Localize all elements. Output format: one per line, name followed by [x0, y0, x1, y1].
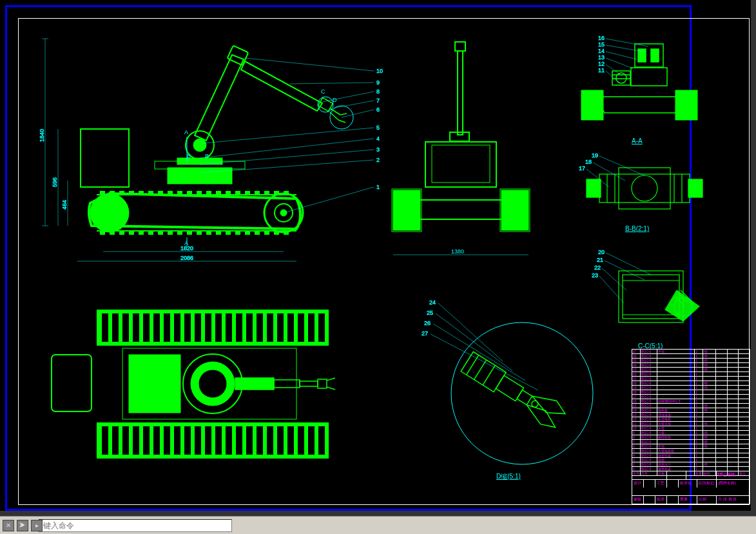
- svg-rect-196: [143, 426, 150, 455]
- svg-rect-179: [195, 313, 201, 342]
- svg-rect-206: [246, 426, 253, 455]
- svg-rect-225: [496, 375, 523, 400]
- svg-line-229: [474, 360, 487, 380]
- svg-line-119: [606, 45, 643, 52]
- svg-line-123: [606, 58, 633, 68]
- detail-d: 24 25 26 27 D缩(5:1): [387, 290, 619, 484]
- bom-table: 27BGC-0手指24526BGC-014525BGC-014524BGC-01…: [632, 349, 750, 476]
- svg-rect-116: [675, 90, 697, 120]
- svg-rect-98: [450, 132, 469, 141]
- svg-rect-221: [300, 381, 318, 386]
- svg-rect-108: [631, 68, 667, 86]
- svg-text:27: 27: [422, 330, 428, 337]
- svg-rect-49: [168, 231, 173, 235]
- svg-text:A-A: A-A: [632, 137, 643, 144]
- svg-rect-45: [129, 231, 134, 235]
- svg-rect-50: [177, 231, 182, 235]
- svg-rect-38: [255, 191, 260, 195]
- svg-rect-175: [153, 313, 160, 342]
- svg-rect-194: [122, 426, 129, 455]
- svg-text:596: 596: [52, 177, 58, 187]
- svg-rect-193: [112, 426, 119, 455]
- svg-line-82: [332, 101, 374, 108]
- svg-line-117: [606, 39, 648, 46]
- svg-rect-131: [586, 179, 601, 197]
- svg-rect-30: [177, 191, 182, 195]
- svg-line-231: [438, 303, 503, 361]
- svg-rect-190: [308, 313, 315, 342]
- svg-rect-35: [226, 191, 231, 195]
- svg-rect-211: [298, 426, 304, 455]
- svg-line-143: [599, 156, 645, 175]
- svg-rect-26: [139, 191, 144, 195]
- svg-rect-192: [102, 426, 108, 455]
- svg-line-88: [200, 139, 374, 158]
- side-view: 1840 596 464 1820 2086: [39, 32, 387, 271]
- cmd-chevron-icon[interactable]: ▸: [31, 520, 43, 531]
- svg-rect-56: [235, 231, 240, 235]
- command-input[interactable]: [39, 519, 232, 532]
- svg-rect-39: [264, 191, 269, 195]
- svg-point-63: [193, 139, 206, 152]
- svg-rect-130: [599, 174, 690, 203]
- svg-text:24: 24: [429, 299, 436, 306]
- svg-rect-100: [432, 145, 490, 183]
- cmd-expand-icon[interactable]: ⮞: [17, 520, 28, 531]
- svg-rect-58: [255, 231, 260, 235]
- svg-rect-102: [501, 190, 528, 230]
- svg-line-160: [605, 261, 645, 280]
- svg-rect-24: [119, 191, 124, 195]
- svg-text:2086: 2086: [180, 255, 193, 261]
- svg-rect-114: [651, 49, 659, 62]
- svg-rect-180: [205, 313, 211, 342]
- svg-rect-46: [139, 231, 144, 235]
- svg-rect-203: [215, 426, 222, 455]
- svg-rect-188: [287, 313, 294, 342]
- svg-rect-224: [461, 351, 506, 391]
- svg-line-76: [245, 58, 374, 71]
- svg-rect-202: [205, 426, 211, 455]
- svg-point-227: [530, 399, 539, 408]
- svg-rect-215: [129, 355, 180, 413]
- svg-text:1840: 1840: [39, 129, 45, 142]
- horizontal-scrollbar[interactable]: [0, 511, 751, 516]
- drawing-canvas[interactable]: 1840 596 464 1820 2086: [0, 0, 756, 516]
- svg-rect-177: [174, 313, 180, 342]
- svg-text:17: 17: [579, 165, 585, 172]
- svg-rect-28: [158, 191, 163, 195]
- vertical-scrollbar[interactable]: [751, 0, 756, 516]
- svg-rect-172: [122, 313, 129, 342]
- svg-rect-36: [235, 191, 240, 195]
- svg-rect-213: [318, 426, 325, 455]
- svg-line-158: [606, 253, 651, 275]
- svg-rect-176: [164, 313, 170, 342]
- svg-line-121: [606, 52, 637, 59]
- svg-text:B: B: [205, 153, 209, 159]
- svg-rect-174: [143, 313, 150, 342]
- svg-rect-183: [236, 313, 242, 342]
- svg-rect-34: [216, 191, 221, 195]
- svg-rect-204: [226, 426, 232, 455]
- svg-rect-220: [274, 380, 300, 388]
- svg-rect-195: [133, 426, 139, 455]
- svg-rect-178: [184, 313, 191, 342]
- svg-rect-173: [133, 313, 139, 342]
- svg-rect-96: [455, 42, 465, 51]
- svg-rect-181: [215, 313, 222, 342]
- svg-rect-170: [102, 313, 108, 342]
- svg-rect-44: [119, 231, 124, 235]
- svg-text:20: 20: [598, 249, 605, 255]
- svg-text:D缩(5:1): D缩(5:1): [496, 473, 521, 480]
- svg-line-230: [483, 366, 495, 386]
- svg-rect-27: [148, 191, 153, 195]
- cmd-close-icon[interactable]: ✕: [3, 520, 14, 531]
- svg-text:A: A: [184, 129, 188, 135]
- svg-text:21: 21: [597, 257, 603, 263]
- svg-rect-51: [187, 231, 192, 235]
- svg-text:25: 25: [427, 310, 433, 316]
- svg-rect-198: [164, 426, 170, 455]
- svg-rect-208: [267, 426, 273, 455]
- svg-rect-171: [112, 313, 119, 342]
- svg-rect-52: [197, 231, 202, 235]
- svg-rect-184: [246, 313, 253, 342]
